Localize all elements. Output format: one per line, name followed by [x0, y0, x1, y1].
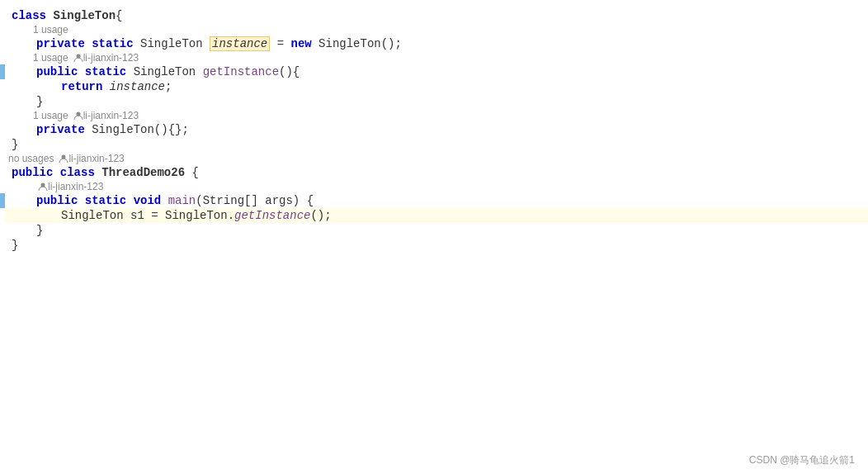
- user-icon: [73, 111, 83, 121]
- code-token: SingleTon s1 = SingleTon.: [61, 209, 234, 222]
- code-token: }: [12, 138, 18, 151]
- code-line: public static SingleTon getInstance(){: [0, 64, 868, 79]
- code-line: public static void main(String[] args) {: [0, 193, 868, 208]
- code-line: private static SingleTon instance = new …: [0, 36, 868, 51]
- user-icon: [59, 154, 68, 164]
- code-token: static: [85, 65, 134, 78]
- usage-count: no usages: [8, 153, 54, 164]
- code-line: SingleTon s1 = SingleTon.getInstance();: [0, 208, 868, 223]
- code-token: class: [12, 9, 53, 22]
- code-token: }: [36, 95, 43, 108]
- code-token: public: [12, 166, 60, 179]
- code-content: }: [5, 137, 868, 152]
- code-line: private SingleTon(){};: [0, 122, 868, 137]
- meta-user: li-jianxin-123: [73, 110, 139, 121]
- code-token: }: [36, 224, 43, 237]
- code-token: main: [168, 194, 196, 207]
- code-content: SingleTon s1 = SingleTon.getInstance();: [5, 208, 868, 223]
- user-icon: [73, 53, 83, 63]
- code-token: class: [60, 166, 101, 179]
- code-content: }: [5, 94, 868, 109]
- code-token: new: [290, 37, 318, 50]
- code-token: getInstance: [234, 209, 310, 222]
- code-line: return instance;: [0, 79, 868, 94]
- code-token: (){: [279, 65, 300, 78]
- code-token: SingleTon: [140, 37, 210, 50]
- meta-user: li-jianxin-123: [59, 153, 124, 164]
- code-token: (String[] args) {: [196, 194, 314, 207]
- watermark: CSDN @骑马龟追火箭1: [749, 453, 855, 467]
- code-token: ();: [310, 209, 331, 222]
- code-content: public static void main(String[] args) {: [5, 193, 868, 208]
- code-token: SingleTon: [134, 65, 203, 78]
- code-token: SingleTon: [92, 123, 154, 136]
- meta-user: li-jianxin-123: [38, 181, 103, 192]
- user-name: li-jianxin-123: [68, 153, 124, 164]
- code-token: private: [36, 123, 92, 136]
- meta-line: no usagesli-jianxin-123: [0, 152, 868, 165]
- code-token: static: [92, 37, 140, 50]
- code-token: public: [36, 65, 85, 78]
- code-token: SingleTon: [318, 37, 381, 50]
- meta-line: 1 usageli-jianxin-123: [0, 51, 868, 64]
- code-line: }: [0, 94, 868, 109]
- code-line: }: [0, 137, 868, 152]
- code-token: ;: [165, 80, 172, 93]
- code-line: }: [0, 238, 868, 253]
- code-line: public class ThreadDemo26 {: [0, 165, 868, 180]
- code-token: ThreadDemo26: [101, 166, 191, 179]
- code-token: (){};: [154, 123, 189, 136]
- meta-line: li-jianxin-123: [0, 180, 868, 193]
- code-content: private static SingleTon instance = new …: [5, 36, 868, 51]
- code-token: {: [116, 9, 122, 22]
- code-line: }: [0, 223, 868, 238]
- code-token: getInstance: [203, 65, 279, 78]
- code-token: =: [270, 37, 290, 50]
- code-content: public class ThreadDemo26 {: [5, 165, 868, 180]
- code-container: class SingleTon{1 usageprivate static Si…: [0, 0, 868, 474]
- code-token: instance: [110, 80, 165, 93]
- code-token: void: [134, 194, 168, 207]
- code-content: }: [5, 238, 868, 253]
- code-token: SingleTon: [53, 9, 116, 22]
- code-token: return: [61, 80, 110, 93]
- meta-user: li-jianxin-123: [73, 52, 139, 64]
- code-content: class SingleTon{: [5, 8, 868, 23]
- code-content: }: [5, 223, 868, 238]
- code-content: public static SingleTon getInstance(){: [5, 64, 868, 79]
- code-token: public: [36, 194, 85, 207]
- usage-count: 1 usage: [33, 52, 68, 64]
- code-content: return instance;: [5, 79, 868, 94]
- code-token: instance: [210, 36, 270, 51]
- meta-line: 1 usage: [0, 23, 868, 36]
- user-name: li-jianxin-123: [83, 52, 139, 64]
- code-token: {: [191, 166, 198, 179]
- code-token: ();: [381, 37, 402, 50]
- code-token: private: [36, 37, 92, 50]
- code-token: static: [85, 194, 134, 207]
- code-line: class SingleTon{: [0, 8, 868, 23]
- code-content: private SingleTon(){};: [5, 122, 868, 137]
- code-token: }: [12, 239, 18, 252]
- meta-line: 1 usageli-jianxin-123: [0, 109, 868, 122]
- usage-count: 1 usage: [33, 24, 68, 36]
- user-name: li-jianxin-123: [83, 110, 139, 121]
- usage-count: 1 usage: [33, 110, 68, 121]
- user-icon: [38, 182, 48, 192]
- user-name: li-jianxin-123: [48, 181, 103, 192]
